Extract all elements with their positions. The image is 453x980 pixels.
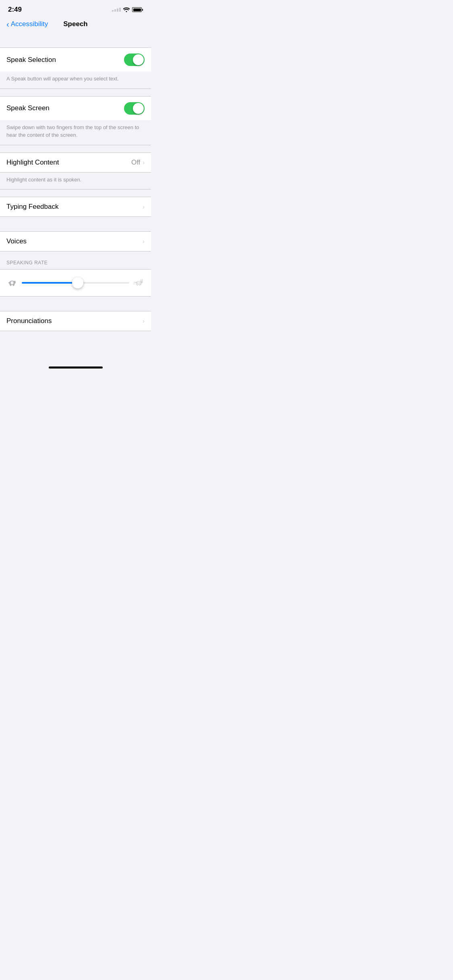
back-button[interactable]: ‹ Accessibility	[6, 20, 48, 28]
speaking-rate-slider[interactable]	[22, 276, 129, 290]
gap-5	[0, 296, 151, 311]
voices-row[interactable]: Voices ›	[0, 231, 151, 251]
speak-selection-group: Speak Selection A Speak button will appe…	[0, 47, 151, 89]
top-gap	[0, 33, 151, 47]
typing-feedback-right: ›	[143, 204, 145, 210]
svg-point-1	[10, 281, 13, 284]
svg-rect-19	[140, 284, 141, 285]
svg-rect-17	[139, 284, 140, 286]
svg-rect-16	[137, 284, 138, 286]
speaking-rate-section-header: SPEAKING RATE	[0, 251, 151, 269]
toggle-thumb-2	[133, 103, 144, 114]
nav-bar: ‹ Accessibility Speech	[0, 17, 151, 33]
speak-selection-label: Speak Selection	[6, 56, 56, 64]
speak-selection-toggle[interactable]	[124, 54, 145, 66]
back-chevron-icon: ‹	[6, 20, 9, 28]
speaking-rate-label: SPEAKING RATE	[6, 260, 48, 266]
typing-feedback-label: Typing Feedback	[6, 203, 58, 211]
svg-point-10	[137, 281, 140, 284]
pronunciations-row[interactable]: Pronunciations ›	[0, 311, 151, 331]
bottom-area	[0, 355, 151, 377]
highlight-content-label: Highlight Content	[6, 159, 59, 167]
gap-1	[0, 89, 151, 96]
svg-point-14	[141, 279, 141, 282]
pronunciations-label: Pronunciations	[6, 317, 52, 325]
highlight-content-chevron-icon: ›	[143, 159, 145, 166]
signal-dots-icon	[112, 8, 121, 12]
typing-feedback-row[interactable]: Typing Feedback ›	[0, 197, 151, 217]
toggle-thumb	[133, 54, 144, 65]
svg-rect-8	[14, 284, 15, 286]
status-icons	[112, 7, 143, 12]
gap-2	[0, 145, 151, 152]
voices-chevron-icon: ›	[143, 238, 145, 245]
slow-turtle-icon	[6, 279, 18, 287]
slider-row	[6, 276, 145, 290]
content-area: Speak Selection A Speak button will appe…	[0, 33, 151, 355]
typing-feedback-group: Typing Feedback ›	[0, 197, 151, 217]
home-bar	[49, 366, 103, 369]
svg-point-2	[8, 282, 10, 284]
highlight-content-row[interactable]: Highlight Content Off ›	[0, 152, 151, 173]
home-indicator	[0, 363, 151, 372]
voices-right: ›	[143, 238, 145, 245]
wifi-icon	[123, 7, 130, 12]
highlight-content-desc: Highlight content as it is spoken.	[0, 173, 151, 190]
gap-3	[0, 189, 151, 197]
bottom-fill	[0, 331, 151, 355]
speak-screen-row: Speak Screen	[0, 96, 151, 120]
typing-feedback-chevron-icon: ›	[143, 204, 145, 210]
svg-point-15	[142, 279, 143, 282]
slider-thumb[interactable]	[72, 277, 83, 288]
svg-point-4	[14, 281, 16, 283]
highlight-content-description: Highlight content as it is spoken.	[6, 177, 81, 183]
highlight-content-right: Off ›	[131, 159, 145, 167]
gap-4	[0, 217, 151, 231]
page-title: Speech	[63, 20, 87, 28]
pronunciations-group: Pronunciations ›	[0, 311, 151, 331]
highlight-content-group: Highlight Content Off › Highlight conten…	[0, 152, 151, 190]
speak-selection-desc: A Speak button will appear when you sele…	[0, 72, 151, 89]
page-wrapper: 2:49 ‹ Accessibility	[0, 0, 151, 377]
speak-screen-toggle[interactable]	[124, 102, 145, 115]
pronunciations-chevron-icon: ›	[143, 318, 145, 324]
voices-group: Voices ›	[0, 231, 151, 251]
slider-fill	[22, 282, 78, 284]
back-label: Accessibility	[11, 20, 48, 28]
fast-turtle-icon	[133, 279, 145, 287]
speak-screen-description: Swipe down with two fingers from the top…	[6, 124, 139, 138]
status-time: 2:49	[8, 6, 22, 14]
status-bar: 2:49	[0, 0, 151, 17]
speak-selection-row: Speak Selection	[0, 47, 151, 72]
voices-label: Voices	[6, 237, 27, 245]
speaking-rate-slider-section	[0, 269, 151, 296]
highlight-content-value: Off	[131, 159, 140, 167]
speak-selection-description: A Speak button will appear when you sele…	[6, 76, 119, 82]
svg-rect-7	[10, 284, 11, 286]
speak-screen-group: Speak Screen Swipe down with two fingers…	[0, 96, 151, 145]
speak-screen-desc: Swipe down with two fingers from the top…	[0, 120, 151, 145]
svg-rect-18	[136, 284, 137, 285]
battery-icon	[132, 7, 143, 12]
pronunciations-right: ›	[143, 318, 145, 324]
speak-screen-label: Speak Screen	[6, 104, 50, 112]
